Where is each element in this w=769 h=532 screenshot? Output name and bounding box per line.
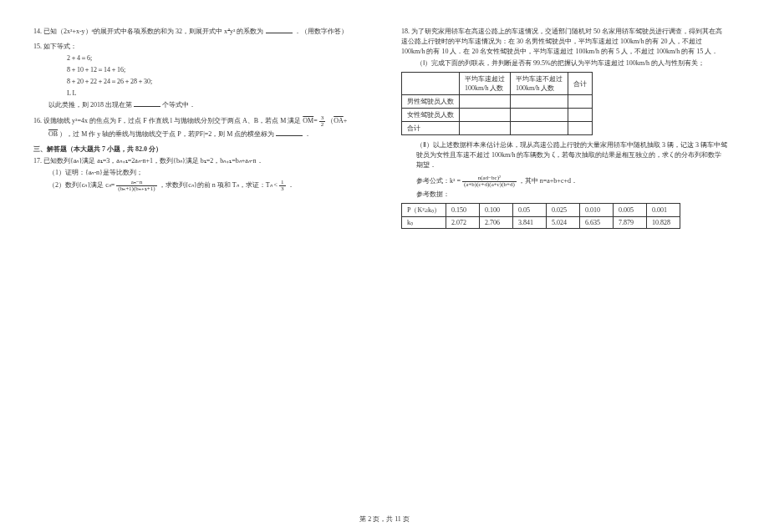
q15-label: 15. xyxy=(33,43,42,50)
q16-text1: 设抛物线 y²=4x 的焦点为 F，过点 F 作直线 l 与抛物线分别交于两点 … xyxy=(43,117,301,124)
table-row: k₀ 2.072 2.706 3.841 5.024 6.635 7.879 1… xyxy=(402,217,680,229)
q15-line1: 2＋4＝6; xyxy=(33,53,376,63)
q18-formula-frac: n(ad−bc)² (a+b)(c+d)(a+c)(b+d) xyxy=(462,175,517,188)
q18-p1: 为了研究家用轿车在高速公路上的车速情况，交通部门随机对 50 名家用轿车驾驶员进… xyxy=(401,28,722,55)
q17-sub2: （2）数列{cₙ}满足 cₙ= aₙ−n (bₙ+1)(bₙ₊₁+1) ，求数列… xyxy=(33,180,376,192)
q18-p2: （Ⅰ）完成下面的列联表，并判断是否有 99.5%的把握认为平均车速超过 100k… xyxy=(401,58,727,68)
q14-blank xyxy=(266,27,293,33)
q17-intro: 已知数列{aₙ}满足 a₁=3，aₙ₊₁=2aₙ-n+1，数列{bₙ}满足 b₁… xyxy=(43,157,263,165)
q18-p3: （Ⅱ）以上述数据样本来估计总体，现从高速公路上行驶的大量家用轿车中随机抽取 3 … xyxy=(401,140,727,170)
q16-blank xyxy=(276,129,303,136)
section-3-title: 三、解答题（本大题共 7 小题，共 82.0 分） xyxy=(33,144,376,155)
q17-sub2a: （2）数列{cₙ}满足 cₙ= xyxy=(48,181,115,189)
q16-cont: OB ），过 M 作 y 轴的垂线与抛物线交于点 P，若|PF|=2，则 M 点… xyxy=(33,129,376,139)
q15-line2: 8＋10＋12＝14＋16; xyxy=(33,65,376,75)
q16-vec-oa: OA xyxy=(334,117,344,124)
q16-vec-ob: OB xyxy=(48,130,58,138)
table-row: 男性驾驶员人数 xyxy=(402,95,593,109)
q14-text1: 已知（2x²+x-y）ⁿ的展开式中各项系数的和为 32，则展开式中 x⁴y² 的… xyxy=(43,28,264,35)
q15-conc1: 以此类推，则 2018 出现在第 xyxy=(48,101,132,109)
q15-intro: 如下等式： xyxy=(43,43,77,50)
q14-label: 14. xyxy=(33,28,42,35)
q14-text2: ．（用数字作答） xyxy=(294,28,348,35)
q17-frac-c: aₙ−n (bₙ+1)(bₙ₊₁+1) xyxy=(116,180,156,192)
q18-formula: 参考公式：k² = n(ad−bc)² (a+b)(c+d)(a+c)(b+d)… xyxy=(401,175,727,188)
q18-table1: 平均车速超过 100km/h 人数 平均车速不超过 100km/h 人数 合计 … xyxy=(401,72,593,135)
q18-formula-tail: ，其中 n=a+b+c+d． xyxy=(518,177,578,185)
q16-label: 16. xyxy=(33,117,42,124)
table-row: 合计 xyxy=(402,122,593,135)
q18-table2: P（K²≥k₀） 0.150 0.100 0.05 0.025 0.010 0.… xyxy=(401,203,680,229)
q15-head: 15. 如下等式： xyxy=(33,42,376,52)
table-row: 女性驾驶员人数 xyxy=(402,109,593,122)
q15-conclusion: 以此类推，则 2018 出现在第 个等式中． xyxy=(33,100,376,110)
q17-frac-t: 1 3 xyxy=(279,180,286,192)
q16-frac: 3 2 xyxy=(319,115,326,128)
q17-sub1: （1）证明：{aₙ-n}是等比数列； xyxy=(33,168,376,178)
q16-vec-om: OM xyxy=(303,117,313,124)
q18-label: 18. xyxy=(401,28,410,35)
q15-conc2: 个等式中． xyxy=(162,101,196,109)
table-row: 平均车速超过 100km/h 人数 平均车速不超过 100km/h 人数 合计 xyxy=(402,73,593,95)
q17-label: 17. xyxy=(33,157,42,165)
q17-sub2b: ，求数列{cₙ}的前 n 项和 Tₙ，求证：Tₙ < xyxy=(159,181,278,189)
page-footer: 第 2 页，共 11 页 xyxy=(0,514,769,524)
q15-line4: L L xyxy=(33,89,376,99)
q17-head: 17. 已知数列{aₙ}满足 a₁=3，aₙ₊₁=2aₙ-n+1，数列{bₙ}满… xyxy=(33,156,376,166)
q14: 14. 已知（2x²+x-y）ⁿ的展开式中各项系数的和为 32，则展开式中 x⁴… xyxy=(33,27,376,37)
q18-head: 18. 为了研究家用轿车在高速公路上的车速情况，交通部门随机对 50 名家用轿车… xyxy=(401,27,727,57)
q17-sub2c: ． xyxy=(288,181,294,189)
q16-text3: ． xyxy=(304,130,311,138)
table-row: P（K²≥k₀） 0.150 0.100 0.05 0.025 0.010 0.… xyxy=(402,204,680,217)
q18-ref-label: 参考数据： xyxy=(401,190,727,200)
q16: 16. 设抛物线 y²=4x 的焦点为 F，过点 F 作直线 l 与抛物线分别交… xyxy=(33,115,376,128)
q18-formula-label: 参考公式：k² = xyxy=(416,177,461,185)
q15-blank xyxy=(134,100,160,107)
q16-text2: ），过 M 作 y 轴的垂线与抛物线交于点 P，若|PF|=2，则 M 点的横坐… xyxy=(59,130,274,138)
q15-line3: 8＋20＋22＋24＝26＋28＋30; xyxy=(33,77,376,87)
